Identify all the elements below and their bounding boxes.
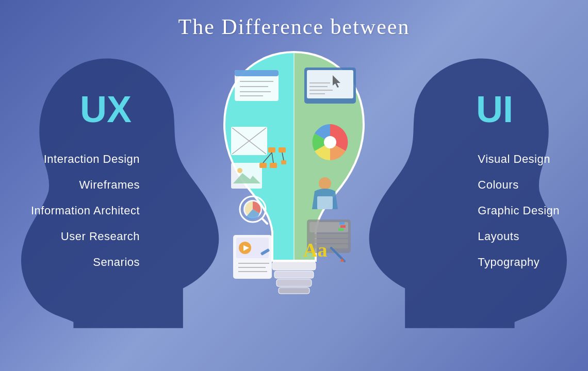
svg-rect-21 [279,147,286,153]
svg-rect-52 [339,222,345,225]
svg-text:Aa: Aa [303,239,327,261]
ui-item-1: Visual Design [478,153,560,166]
svg-rect-46 [317,196,333,209]
ui-item-4: Layouts [478,230,560,243]
ui-item-5: Typography [478,256,560,269]
ux-item-2: Wireframes [31,178,140,192]
page-title: The Difference between [0,0,588,39]
ui-list: Visual Design Colours Graphic Design Lay… [478,153,560,281]
svg-rect-6 [235,70,279,76]
svg-rect-53 [340,225,346,228]
svg-rect-22 [281,160,286,164]
lightbulb-container: Aa [201,44,387,343]
ui-item-3: Graphic Design [478,204,560,217]
svg-rect-54 [338,228,344,231]
svg-point-44 [324,136,336,148]
svg-rect-3 [276,279,312,286]
svg-rect-18 [270,163,277,168]
ux-item-4: User Research [31,230,140,243]
svg-rect-14 [231,163,262,189]
content-area: UX UI Interaction Design Wireframes Info… [0,39,588,369]
svg-rect-49 [309,234,348,238]
svg-rect-4 [279,288,309,294]
ui-item-2: Colours [478,178,560,192]
ui-label: UI [476,88,513,130]
svg-point-15 [237,168,242,173]
svg-rect-17 [259,163,267,168]
ux-item-3: Information Architect [31,204,140,217]
ux-item-1: Interaction Design [31,153,140,166]
ux-item-5: Senarios [31,256,140,269]
svg-rect-2 [274,271,314,278]
svg-rect-1 [272,262,316,270]
ux-label: UX [80,88,132,130]
svg-rect-16 [268,147,275,153]
svg-point-45 [319,177,331,190]
svg-line-27 [262,218,267,224]
ux-list: Interaction Design Wireframes Informatio… [31,153,140,281]
